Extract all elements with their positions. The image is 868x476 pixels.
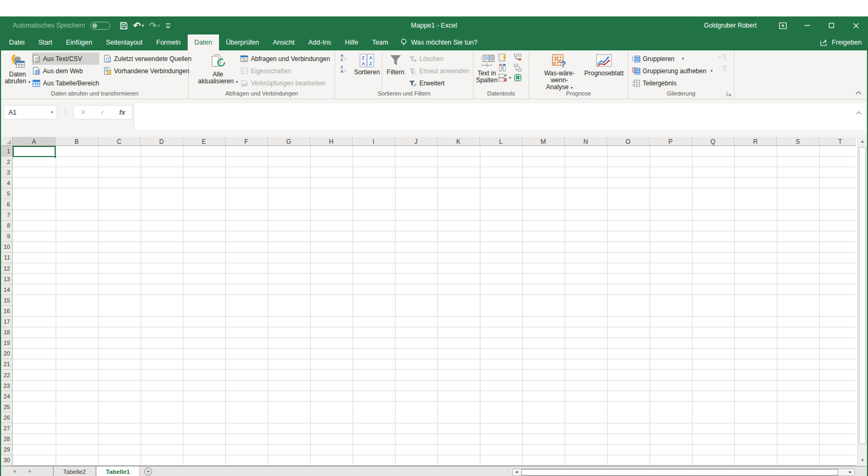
ribbon-display-options-icon[interactable]	[770, 16, 795, 34]
tab-seitenlayout[interactable]: Seitenlayout	[99, 34, 150, 50]
row-header-1[interactable]: 1	[0, 146, 12, 157]
row-header-19[interactable]: 19	[0, 338, 12, 349]
column-header-E[interactable]: E	[183, 137, 225, 146]
sort-descending-button[interactable]: ZA↓	[340, 65, 347, 74]
tab-überprüfen[interactable]: Überprüfen	[219, 34, 266, 50]
insert-function-button[interactable]: fx	[119, 108, 126, 116]
save-icon[interactable]	[120, 22, 128, 30]
undo-button[interactable]: ↶▾	[133, 22, 144, 30]
ungroup-button[interactable]: Gruppierung aufheben ▾	[632, 65, 713, 77]
row-header-16[interactable]: 16	[0, 306, 12, 316]
prev-sheet-icon[interactable]: ◄	[12, 468, 17, 474]
name-box[interactable]: A1 ▾	[4, 105, 57, 119]
column-header-O[interactable]: O	[607, 137, 650, 146]
recent-sources-button[interactable]: Zuletzt verwendete Quellen	[103, 53, 191, 65]
sort-ascending-button[interactable]: AZ↓	[340, 54, 347, 62]
row-header-3[interactable]: 3	[0, 167, 12, 178]
row-header-5[interactable]: 5	[0, 188, 12, 199]
user-name[interactable]: Goldgruber Robert	[704, 22, 757, 29]
cell-grid[interactable]	[13, 146, 856, 466]
row-header-24[interactable]: 24	[0, 391, 12, 402]
row-header-28[interactable]: 28	[0, 434, 12, 445]
filter-button[interactable]: Filtern	[384, 51, 407, 76]
column-header-F[interactable]: F	[225, 137, 268, 146]
column-header-B[interactable]: B	[56, 137, 98, 146]
column-header-P[interactable]: P	[650, 137, 692, 146]
remove-duplicates-icon[interactable]	[498, 64, 511, 72]
tell-me-search[interactable]: Was möchten Sie tun?	[400, 34, 477, 50]
column-header-L[interactable]: L	[480, 137, 522, 146]
row-header-23[interactable]: 23	[0, 380, 12, 391]
scroll-down-icon[interactable]: ▼	[858, 456, 867, 465]
queries-connections-button[interactable]: Abfragen und Verbindungen	[240, 53, 330, 65]
from-table-range-button[interactable]: Aus Tabelle/Bereich	[32, 77, 99, 89]
row-header-27[interactable]: 27	[0, 423, 12, 434]
group-button[interactable]: Gruppieren ▾	[632, 53, 713, 65]
next-sheet-icon[interactable]: ►	[28, 468, 33, 474]
tab-einfügen[interactable]: Einfügen	[59, 34, 99, 50]
dropdown-icon[interactable]: ▾	[682, 56, 684, 61]
collapse-ribbon-icon[interactable]	[855, 91, 862, 95]
tab-formeln[interactable]: Formeln	[150, 34, 188, 50]
row-header-4[interactable]: 4	[0, 178, 12, 188]
customize-qat-icon[interactable]	[165, 23, 171, 29]
row-header-11[interactable]: 11	[0, 253, 12, 263]
name-box-dropdown-icon[interactable]: ▾	[51, 110, 53, 115]
fill-handle[interactable]	[54, 155, 57, 158]
tab-datei[interactable]: Datei	[2, 34, 31, 50]
consolidate-icon[interactable]	[514, 54, 522, 62]
column-header-G[interactable]: G	[268, 137, 310, 146]
vertical-scrollbar-thumb[interactable]	[859, 147, 866, 444]
dialog-launcher-icon[interactable]	[726, 91, 732, 97]
row-header-22[interactable]: 22	[0, 370, 12, 380]
tab-start[interactable]: Start	[31, 34, 59, 50]
column-header-K[interactable]: K	[437, 137, 480, 146]
subtotal-button[interactable]: ++ Teilergebnis	[632, 77, 713, 89]
column-header-Q[interactable]: Q	[692, 137, 734, 146]
column-header-T[interactable]: T	[819, 137, 856, 146]
formula-bar-splitter-icon[interactable]: ⋮	[62, 107, 69, 115]
row-header-25[interactable]: 25	[0, 402, 12, 412]
column-header-I[interactable]: I	[353, 137, 395, 146]
column-header-M[interactable]: M	[522, 137, 565, 146]
scroll-right-icon[interactable]: ►	[848, 470, 853, 474]
refresh-all-button[interactable]: Alle aktualisieren▾	[196, 51, 240, 85]
row-header-17[interactable]: 17	[0, 317, 12, 327]
tab-scrollbar-splitter-icon[interactable]: ⋮	[505, 468, 511, 474]
row-header-6[interactable]: 6	[0, 199, 12, 210]
relationships-icon[interactable]	[514, 64, 522, 72]
row-header-30[interactable]: 30	[0, 455, 12, 466]
autosave-toggle[interactable]	[90, 22, 110, 30]
what-if-analysis-button[interactable]: ? Was-wäre-wenn- Analyse▾	[538, 51, 581, 91]
horizontal-scrollbar-thumb[interactable]	[521, 469, 838, 475]
column-header-H[interactable]: H	[310, 137, 353, 146]
minimize-button[interactable]	[795, 16, 819, 34]
row-header-9[interactable]: 9	[0, 231, 12, 242]
from-text-csv-button[interactable]: Aus Text/CSV	[32, 53, 99, 65]
row-header-15[interactable]: 15	[0, 295, 12, 306]
column-header-J[interactable]: J	[395, 137, 437, 146]
tab-hilfe[interactable]: Hilfe	[338, 34, 365, 50]
sort-button[interactable]: ZA AZ Sortieren	[353, 51, 381, 76]
data-validation-button[interactable]: ▾	[498, 74, 511, 82]
manage-data-model-icon[interactable]	[514, 74, 522, 82]
row-header-20[interactable]: 20	[0, 349, 12, 359]
row-header-2[interactable]: 2	[0, 157, 12, 167]
forecast-sheet-button[interactable]: Prognoseblatt	[582, 51, 626, 77]
maximize-button[interactable]	[819, 16, 844, 34]
column-header-S[interactable]: S	[777, 137, 819, 146]
row-header-26[interactable]: 26	[0, 412, 12, 423]
tab-add-ins[interactable]: Add-Ins	[302, 34, 338, 50]
collapse-formula-bar-icon[interactable]	[856, 111, 862, 115]
row-header-10[interactable]: 10	[0, 242, 12, 253]
row-header-18[interactable]: 18	[0, 327, 12, 338]
row-header-8[interactable]: 8	[0, 221, 12, 231]
text-to-columns-button[interactable]: Text in Spalten	[475, 51, 499, 84]
active-cell-selection[interactable]	[13, 146, 56, 157]
select-all-corner[interactable]	[0, 137, 13, 146]
sheet-tab-tabelle1[interactable]: Tabelle1	[96, 466, 140, 476]
advanced-filter-button[interactable]: Erweitert	[408, 77, 469, 89]
sheet-tab-tabelle2[interactable]: Tabelle2	[54, 466, 96, 476]
row-header-29[interactable]: 29	[0, 445, 12, 455]
column-header-D[interactable]: D	[141, 137, 183, 146]
